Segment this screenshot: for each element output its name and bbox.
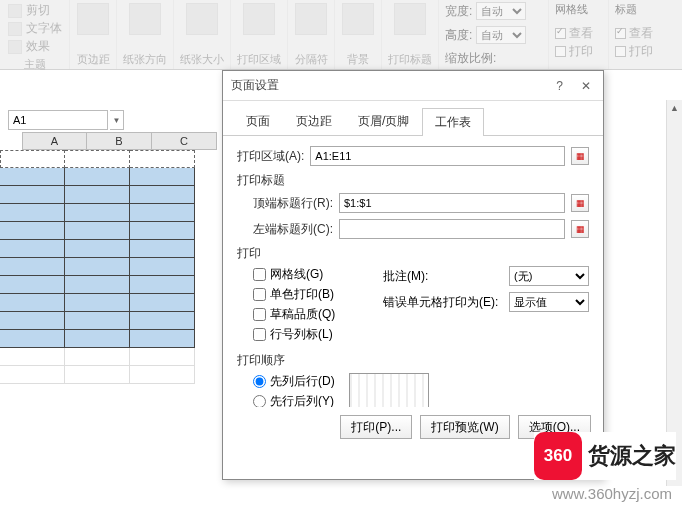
watermark: 360 货源之家 bbox=[534, 432, 676, 480]
gridlines-print-check[interactable] bbox=[555, 46, 566, 57]
namebox-dropdown[interactable]: ▼ bbox=[110, 110, 124, 130]
scroll-up-icon[interactable]: ▲ bbox=[667, 100, 682, 116]
draft-check[interactable] bbox=[253, 308, 266, 321]
printarea-icon[interactable] bbox=[243, 3, 275, 35]
ribbon-size[interactable]: 纸张大小 bbox=[180, 52, 224, 67]
orientation-icon[interactable] bbox=[129, 3, 161, 35]
comments-label: 批注(M): bbox=[383, 268, 503, 285]
vertical-scrollbar[interactable]: ▲ bbox=[666, 100, 682, 486]
watermark-text: 货源之家 bbox=[588, 441, 676, 471]
left-cols-label: 左端标题列(C): bbox=[253, 221, 333, 238]
ribbon-breaks[interactable]: 分隔符 bbox=[295, 52, 328, 67]
comments-select[interactable]: (无) bbox=[509, 266, 589, 286]
errors-select[interactable]: 显示值 bbox=[509, 292, 589, 312]
namebox-input[interactable] bbox=[8, 110, 108, 130]
printtitles-icon[interactable] bbox=[394, 3, 426, 35]
ribbon-printtitles[interactable]: 打印标题 bbox=[388, 52, 432, 67]
ribbon-group-theme: 主题 bbox=[24, 57, 46, 72]
cell-grid[interactable]: 标题 bbox=[0, 150, 195, 384]
ribbon-orientation[interactable]: 纸张方向 bbox=[123, 52, 167, 67]
print-section: 打印 bbox=[237, 245, 589, 262]
left-cols-ref-button[interactable]: ▦ bbox=[571, 220, 589, 238]
top-rows-input[interactable] bbox=[339, 193, 565, 213]
dialog-title: 页面设置 bbox=[231, 77, 279, 94]
print-area-label: 打印区域(A): bbox=[237, 148, 304, 165]
down-over-radio[interactable] bbox=[253, 375, 266, 388]
over-down-radio[interactable] bbox=[253, 395, 266, 407]
worksheet: A B C 标题 bbox=[0, 132, 220, 384]
ribbon: 剪切 文字体 效果 主题 页边距 纸张方向 纸张大小 打印区域 分隔符 背景 打… bbox=[0, 0, 682, 70]
tab-sheet[interactable]: 工作表 bbox=[422, 108, 484, 136]
ribbon-printarea[interactable]: 打印区域 bbox=[237, 52, 281, 67]
tab-margins[interactable]: 页边距 bbox=[283, 107, 345, 135]
col-c[interactable]: C bbox=[152, 132, 217, 150]
page-order-icon bbox=[349, 373, 429, 407]
name-box: ▼ bbox=[8, 110, 124, 130]
col-a[interactable]: A bbox=[22, 132, 87, 150]
watermark-url: www.360hyzj.com bbox=[552, 485, 672, 502]
top-rows-label: 顶端标题行(R): bbox=[253, 195, 333, 212]
print-button[interactable]: 打印(P)... bbox=[340, 415, 412, 439]
gridlines-view-check[interactable] bbox=[555, 28, 566, 39]
left-cols-input[interactable] bbox=[339, 219, 565, 239]
preview-button[interactable]: 打印预览(W) bbox=[420, 415, 509, 439]
headings-heading: 标题 bbox=[615, 2, 637, 17]
background-icon[interactable] bbox=[342, 3, 374, 35]
col-b[interactable]: B bbox=[87, 132, 152, 150]
ribbon-background[interactable]: 背景 bbox=[347, 52, 369, 67]
errors-label: 错误单元格打印为(E): bbox=[383, 294, 503, 311]
column-headers: A B C bbox=[22, 132, 220, 150]
help-button[interactable]: ? bbox=[552, 77, 567, 95]
print-titles-section: 打印标题 bbox=[237, 172, 589, 189]
watermark-badge: 360 bbox=[534, 432, 582, 480]
bw-check[interactable] bbox=[253, 288, 266, 301]
tab-header-footer[interactable]: 页眉/页脚 bbox=[345, 107, 422, 135]
headings-print-check[interactable] bbox=[615, 46, 626, 57]
rowcol-check[interactable] bbox=[253, 328, 266, 341]
print-area-ref-button[interactable]: ▦ bbox=[571, 147, 589, 165]
order-section: 打印顺序 bbox=[237, 352, 589, 369]
headings-view-check[interactable] bbox=[615, 28, 626, 39]
breaks-icon[interactable] bbox=[295, 3, 327, 35]
width-select[interactable]: 自动 bbox=[476, 2, 526, 20]
ribbon-margins[interactable]: 页边距 bbox=[77, 52, 110, 67]
print-area-input[interactable] bbox=[310, 146, 565, 166]
margins-icon[interactable] bbox=[77, 3, 109, 35]
close-button[interactable]: ✕ bbox=[577, 77, 595, 95]
page-setup-dialog: 页面设置 ? ✕ 页面 页边距 页眉/页脚 工作表 打印区域(A): ▦ 打印标… bbox=[222, 70, 604, 480]
gridlines-check[interactable] bbox=[253, 268, 266, 281]
size-icon[interactable] bbox=[186, 3, 218, 35]
tab-page[interactable]: 页面 bbox=[233, 107, 283, 135]
dialog-tabs: 页面 页边距 页眉/页脚 工作表 bbox=[223, 101, 603, 136]
top-rows-ref-button[interactable]: ▦ bbox=[571, 194, 589, 212]
height-select[interactable]: 自动 bbox=[476, 26, 526, 44]
gridlines-heading: 网格线 bbox=[555, 2, 588, 17]
